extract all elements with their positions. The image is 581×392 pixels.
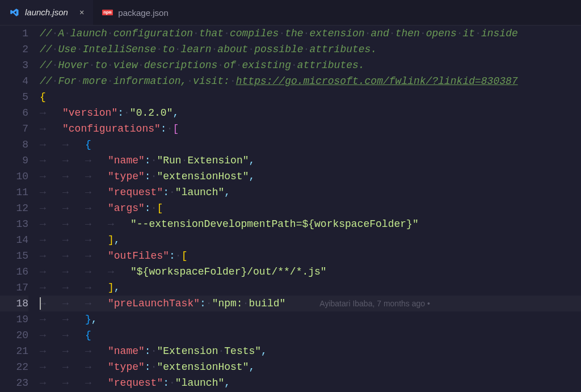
code-line[interactable]: →→→"args":·[ [40,200,581,216]
line-number: 6 [0,105,28,121]
line-number: 8 [0,137,28,153]
code-line[interactable]: →"version":·"0.2.0", [40,105,581,121]
code-line[interactable]: { [40,89,581,105]
line-number: 12 [0,200,28,216]
code-line[interactable]: →→→], [40,280,581,296]
line-number: 16 [0,264,28,280]
tab-package-json[interactable]: npm package.json [93,0,177,25]
vscode-icon [9,7,19,18]
code-line[interactable]: →→→"type":·"extensionHost", [40,359,581,375]
code-area[interactable]: //·A·launch·configuration·that·compiles·… [40,26,581,392]
code-line[interactable]: →→→"preLaunchTask":·"npm:·build"Ayibatar… [40,296,581,311]
line-number: 10 [0,168,28,184]
code-line[interactable]: //·A·launch·configuration·that·compiles·… [40,26,581,41]
code-line[interactable]: //·Hover·to·view·descriptions·of·existin… [40,57,581,73]
line-number: 9 [0,153,28,168]
line-number: 3 [0,57,28,73]
cursor [40,297,41,310]
code-line[interactable]: →→{ [40,137,581,153]
npm-icon: npm [102,7,112,18]
code-line[interactable]: →→→"request":·"launch", [40,184,581,200]
code-line[interactable]: →→→"type":·"extensionHost", [40,168,581,184]
code-line[interactable]: →→→"request":·"launch", [40,375,581,391]
code-line[interactable]: →→→→"${workspaceFolder}/out/**/*.js" [40,264,581,280]
tab-label: package.json [118,8,168,18]
line-number: 18 [0,296,28,311]
line-number: 17 [0,280,28,296]
line-number: 7 [0,121,28,137]
code-line[interactable]: →→{ [40,327,581,343]
line-number: 4 [0,73,28,89]
line-number: 15 [0,248,28,264]
code-line[interactable]: →→→"name":·"Extension·Tests", [40,343,581,359]
code-line[interactable]: →→→"name":·"Run·Extension", [40,153,581,168]
line-number: 11 [0,184,28,200]
code-line[interactable]: →→}, [40,311,581,327]
line-number: 1 [0,26,28,41]
line-number: 5 [0,89,28,105]
code-line[interactable]: //·For·more·information,·visit:·https://… [40,73,581,89]
line-number: 20 [0,327,28,343]
code-line[interactable]: //·Use·IntelliSense·to·learn·about·possi… [40,41,581,57]
editor[interactable]: 1234567891011121314151617181920212223 //… [0,26,581,392]
line-number: 13 [0,216,28,232]
close-icon[interactable]: ✕ [79,7,84,17]
line-number: 23 [0,375,28,391]
code-line[interactable]: →→→→"--extensionDevelopmentPath=${worksp… [40,216,581,232]
line-number: 21 [0,343,28,359]
code-line[interactable]: →"configurations":·[ [40,121,581,137]
line-number: 19 [0,311,28,327]
line-number: 14 [0,232,28,248]
line-number: 22 [0,359,28,375]
tab-bar: launch.json ✕ npm package.json [0,0,581,26]
tab-label: launch.json [25,7,68,17]
line-number: 2 [0,41,28,57]
git-blame: Ayibatari Ibaba, 7 months ago • [319,296,430,311]
code-line[interactable]: →→→"outFiles":·[ [40,248,581,264]
line-gutter: 1234567891011121314151617181920212223 [0,26,40,392]
code-line[interactable]: →→→], [40,232,581,248]
tab-launch-json[interactable]: launch.json ✕ [0,0,93,25]
